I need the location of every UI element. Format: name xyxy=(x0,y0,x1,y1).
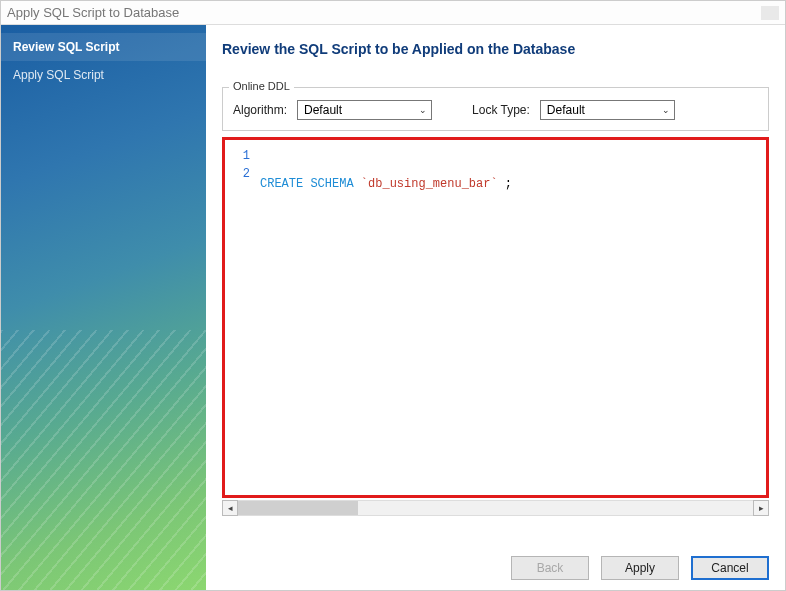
scroll-track[interactable] xyxy=(238,500,753,516)
algorithm-select[interactable]: Default ⌄ xyxy=(297,100,432,120)
code-line xyxy=(260,221,512,239)
window-title: Apply SQL Script to Database xyxy=(7,5,179,20)
code-line: CREATE SCHEMA `db_using_menu_bar` ; xyxy=(260,175,512,193)
algorithm-label: Algorithm: xyxy=(233,103,287,117)
sql-identifier: `db_using_menu_bar` xyxy=(361,177,498,191)
cancel-button[interactable]: Cancel xyxy=(691,556,769,580)
chevron-down-icon: ⌄ xyxy=(419,105,427,115)
lock-type-value: Default xyxy=(547,103,585,117)
sql-editor-highlight: 1 2 CREATE SCHEMA `db_using_menu_bar` ; xyxy=(222,137,769,498)
line-number: 1 xyxy=(226,147,250,165)
line-number: 2 xyxy=(226,165,250,183)
algorithm-value: Default xyxy=(304,103,342,117)
apply-button[interactable]: Apply xyxy=(601,556,679,580)
page-heading: Review the SQL Script to be Applied on t… xyxy=(222,41,769,57)
sidebar: Review SQL Script Apply SQL Script xyxy=(1,25,206,590)
sidebar-item-label: Apply SQL Script xyxy=(13,68,104,82)
horizontal-scrollbar[interactable]: ◂ ▸ xyxy=(222,500,769,516)
close-button[interactable] xyxy=(761,6,779,20)
scroll-left-button[interactable]: ◂ xyxy=(222,500,238,516)
main-panel: Review the SQL Script to be Applied on t… xyxy=(206,25,785,590)
button-row: Back Apply Cancel xyxy=(222,516,769,580)
dialog-body: Review SQL Script Apply SQL Script Revie… xyxy=(1,25,785,590)
online-ddl-group: Online DDL Algorithm: Default ⌄ Lock Typ… xyxy=(222,87,769,131)
lock-type-label: Lock Type: xyxy=(472,103,530,117)
back-button: Back xyxy=(511,556,589,580)
lock-type-field: Lock Type: Default ⌄ xyxy=(472,100,675,120)
code-area[interactable]: CREATE SCHEMA `db_using_menu_bar` ; xyxy=(260,141,512,494)
dialog-window: Apply SQL Script to Database Review SQL … xyxy=(0,0,786,591)
sidebar-item-apply-sql-script[interactable]: Apply SQL Script xyxy=(1,61,206,89)
line-gutter: 1 2 xyxy=(226,141,260,494)
algorithm-field: Algorithm: Default ⌄ xyxy=(233,100,432,120)
sql-tail: ; xyxy=(498,177,512,191)
sql-keyword: CREATE SCHEMA xyxy=(260,177,354,191)
chevron-down-icon: ⌄ xyxy=(662,105,670,115)
scroll-thumb[interactable] xyxy=(238,501,358,515)
sql-editor[interactable]: 1 2 CREATE SCHEMA `db_using_menu_bar` ; xyxy=(226,141,765,494)
lock-type-select[interactable]: Default ⌄ xyxy=(540,100,675,120)
sidebar-item-label: Review SQL Script xyxy=(13,40,119,54)
sidebar-item-review-sql-script[interactable]: Review SQL Script xyxy=(1,33,206,61)
scroll-right-button[interactable]: ▸ xyxy=(753,500,769,516)
titlebar: Apply SQL Script to Database xyxy=(1,1,785,25)
online-ddl-legend: Online DDL xyxy=(229,80,294,92)
